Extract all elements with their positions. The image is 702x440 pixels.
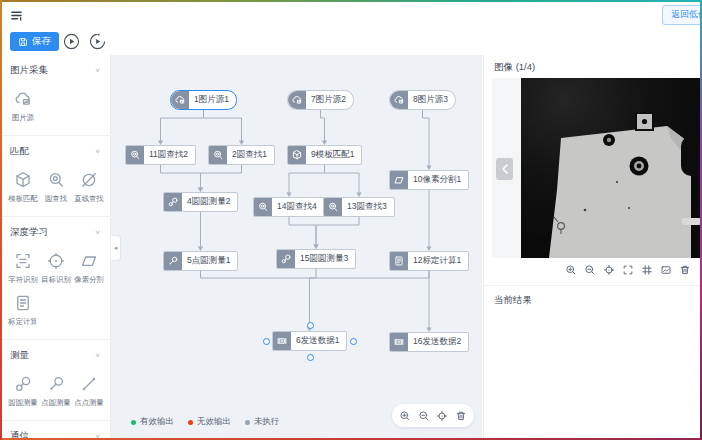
tool-item-直线查找[interactable]: 直线查找 [72, 166, 105, 204]
save-button-label: 保存 [32, 35, 51, 48]
node-label: 13圆查找3 [342, 201, 394, 213]
point-circle-icon [46, 374, 66, 394]
sidebar-section-header[interactable]: 通信˅ [0, 428, 110, 440]
flow-node-n11[interactable]: 11圆查找2 [125, 145, 196, 165]
viewer-toolbar [565, 264, 691, 276]
line-find-icon [79, 170, 99, 190]
fullscreen-icon[interactable] [622, 264, 634, 276]
flow-node-n9[interactable]: 9模板匹配1 [287, 145, 362, 165]
run-icon[interactable] [63, 33, 80, 50]
chevron-down-icon[interactable]: ˅ [95, 66, 100, 75]
flow-node-n6[interactable]: 6发送数据1 [272, 331, 347, 351]
selection-handle[interactable] [307, 354, 314, 361]
flow-node-n2[interactable]: 2圆查找1 [208, 145, 275, 165]
chevron-down-icon[interactable]: ˅ [95, 147, 100, 156]
node-label: 14圆查找4 [272, 201, 324, 213]
tool-item-label: 目标识别 [41, 274, 70, 284]
result-panel: 图像 (1/4) [483, 55, 702, 440]
tool-item-点圆测量[interactable]: 点圆测量 [39, 370, 72, 408]
legend-dot [245, 420, 250, 425]
tool-item-标定计算[interactable]: 标定计算 [6, 289, 39, 327]
save-button[interactable]: 保存 [10, 32, 59, 51]
flow-node-n8[interactable]: 8图片源3 [389, 90, 456, 110]
tool-item-圆查找[interactable]: 圆查找 [39, 166, 72, 204]
tool-item-圆圆测量[interactable]: 圆圆测量 [6, 370, 39, 408]
cloud-image-icon [390, 91, 408, 109]
trash-icon[interactable] [679, 264, 691, 276]
tool-item-label: 字符识别 [8, 274, 37, 284]
zoom-in-icon[interactable] [565, 264, 577, 276]
locate-icon[interactable] [603, 264, 615, 276]
trash-icon[interactable] [455, 410, 467, 422]
tool-item-模板匹配[interactable]: 模板匹配 [6, 166, 39, 204]
image-viewer [492, 78, 702, 258]
flow-node-n14[interactable]: 14圆查找4 [253, 197, 325, 217]
chevron-down-icon[interactable]: ˅ [95, 228, 100, 237]
flow-node-n15[interactable]: 15圆圆测量3 [276, 249, 356, 269]
flow-node-n12[interactable]: 12标定计算1 [389, 251, 469, 271]
zoom-out-icon[interactable] [418, 410, 430, 422]
current-result-section: 当前结果 [484, 285, 702, 312]
segment-icon [390, 171, 408, 189]
flow-node-n4[interactable]: 4圆圆测量2 [163, 192, 238, 212]
flow-node-n10[interactable]: 10像素分割1 [389, 170, 469, 190]
node-label: 9模板匹配1 [306, 149, 361, 161]
industrial-part-image [521, 78, 702, 258]
compare-icon[interactable] [660, 264, 672, 276]
canvas-zoom-controls [392, 404, 474, 427]
flow-node-n7[interactable]: 7图片源2 [287, 90, 354, 110]
sidebar-collapse-handle[interactable]: ◂ [111, 235, 121, 261]
legend-label: 未执行 [254, 416, 280, 428]
tool-item-点点测量[interactable]: 点点测量 [72, 370, 105, 408]
zoom-out-icon[interactable] [584, 264, 596, 276]
point-point-icon [79, 374, 99, 394]
tool-item-图片源[interactable]: 图片源 [6, 85, 39, 123]
grid-icon[interactable] [641, 264, 653, 276]
tool-item-label: 模板匹配 [8, 193, 37, 203]
flow-edge [204, 110, 242, 141]
flow-node-n13[interactable]: 13圆查找3 [323, 197, 395, 217]
sidebar-section-header[interactable]: 测量˅ [0, 347, 110, 366]
calc-doc-icon [13, 293, 33, 313]
tool-item-字符识别[interactable]: 字符识别 [6, 247, 39, 285]
save-icon [18, 37, 28, 47]
flow-node-n1[interactable]: 1图片源1 [170, 90, 237, 110]
node-label: 10像素分割1 [408, 174, 468, 186]
sidebar-section-items: 字符识别目标识别像素分割标定计算 [0, 243, 110, 331]
sidebar-section-title: 图片采集 [10, 64, 48, 77]
sidebar-section-header[interactable]: 匹配˅ [0, 143, 110, 162]
sidebar-section-header[interactable]: 深度学习˅ [0, 224, 110, 243]
back-to-lowcode-button[interactable]: 返回低代码 [662, 5, 702, 25]
circle-circle-icon [13, 374, 33, 394]
chevron-down-icon[interactable]: ˅ [95, 351, 100, 360]
sidebar-section-items: 模板匹配圆查找直线查找 [0, 162, 110, 208]
tool-item-像素分割[interactable]: 像素分割 [72, 247, 105, 285]
flow-node-n5[interactable]: 5点圆测量1 [163, 251, 238, 271]
zoom-in-icon[interactable] [399, 410, 411, 422]
node-label: 11圆查找2 [144, 149, 195, 161]
tool-item-目标识别[interactable]: 目标识别 [39, 247, 72, 285]
legend-label: 无效输出 [197, 416, 231, 428]
tool-item-label: 像素分割 [74, 274, 103, 284]
current-result-title: 当前结果 [484, 286, 702, 312]
chevron-left-icon[interactable] [496, 158, 513, 180]
step-run-icon[interactable] [89, 33, 106, 50]
selection-handle[interactable] [263, 338, 270, 345]
locate-icon[interactable] [436, 410, 448, 422]
flow-edge [201, 271, 310, 327]
selection-handle[interactable] [307, 322, 314, 329]
status-legend: 有效输出无效输出未执行 [131, 416, 280, 428]
circle-find-icon [126, 146, 144, 164]
inspection-image[interactable] [521, 78, 702, 258]
circle-find-icon [46, 170, 66, 190]
legend-item: 有效输出 [131, 416, 174, 428]
chevron-down-icon[interactable]: ˅ [95, 432, 100, 440]
menu-icon[interactable] [10, 8, 23, 26]
sidebar-section-header[interactable]: 图片采集˅ [0, 62, 110, 81]
tool-item-label: 直线查找 [74, 193, 103, 203]
flow-edge [289, 217, 316, 245]
flow-canvas[interactable]: ◂ 有效输出无效输出未执行 1图片源17图片源28图片源311圆查找22圆查找1… [111, 55, 482, 440]
selection-handle[interactable] [350, 338, 357, 345]
sidebar-section: 深度学习˅字符识别目标识别像素分割标定计算 [0, 217, 110, 340]
flow-node-n16[interactable]: 16发送数据2 [389, 332, 469, 352]
